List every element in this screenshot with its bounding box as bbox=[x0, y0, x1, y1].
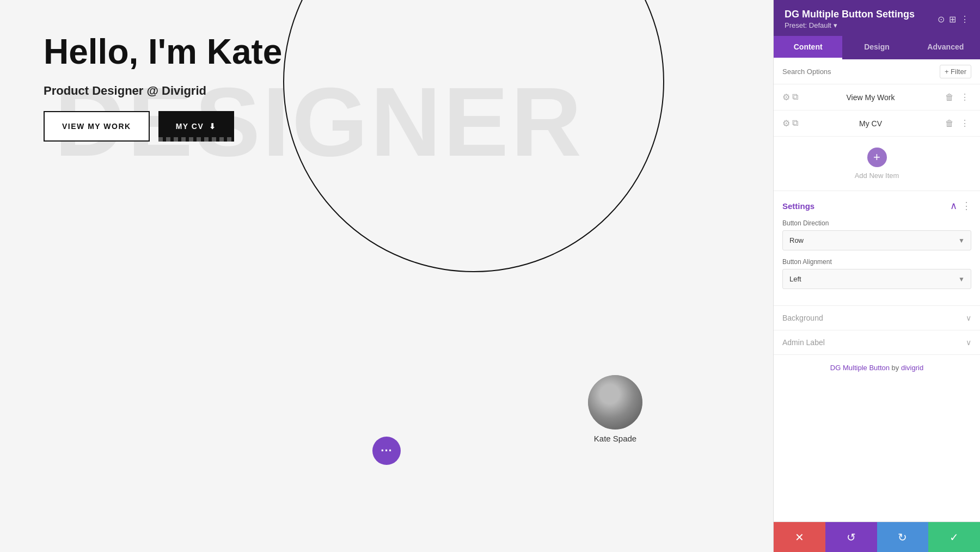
button-item-label-2: My CV bbox=[803, 119, 939, 128]
button-item-icons-2: ⚙ ⧉ bbox=[782, 118, 798, 128]
tab-design[interactable]: Design bbox=[842, 36, 911, 59]
search-bar: + Filter bbox=[774, 59, 980, 84]
target-icon[interactable]: ⊙ bbox=[938, 14, 945, 24]
settings-icon-1[interactable]: ⚙ bbox=[782, 92, 790, 102]
button-item-label-1: View My Work bbox=[803, 93, 939, 102]
search-input[interactable] bbox=[782, 68, 935, 76]
copy-icon-1[interactable]: ⧉ bbox=[792, 92, 798, 102]
panel-footer: DG Multiple Button by divigrid bbox=[774, 354, 980, 381]
panel-top-icons: ⊙ ⊞ ⋮ bbox=[938, 14, 969, 24]
fab-dots: ··· bbox=[381, 444, 392, 458]
more-icon-1[interactable]: ⋮ bbox=[958, 91, 971, 103]
button-item-view-my-work: ⚙ ⧉ View My Work 🗑 ⋮ bbox=[774, 84, 980, 111]
delete-icon-2[interactable]: 🗑 bbox=[943, 117, 956, 130]
more-icon-2[interactable]: ⋮ bbox=[958, 117, 971, 130]
background-title: Background bbox=[782, 314, 823, 322]
background-section[interactable]: Background ∨ bbox=[774, 305, 980, 330]
cancel-button[interactable]: ✕ bbox=[774, 522, 825, 552]
panel-body: ⚙ ⧉ View My Work 🗑 ⋮ ⚙ ⧉ My CV 🗑 ⋮ + bbox=[774, 84, 980, 522]
button-item-icons-1: ⚙ ⧉ bbox=[782, 92, 798, 102]
settings-section: Settings ∧ ⋮ Button Direction Row Column… bbox=[774, 191, 980, 305]
download-icon: ⬇ bbox=[209, 122, 217, 131]
button-alignment-select-wrapper: Left Center Right ▼ bbox=[782, 269, 971, 289]
panel-preset[interactable]: Preset: Default ▾ bbox=[785, 21, 915, 29]
admin-label-chevron-icon: ∨ bbox=[966, 338, 971, 347]
job-title: Product Designer @ Divigrid bbox=[44, 84, 282, 98]
save-button[interactable]: ✓ bbox=[928, 522, 980, 552]
settings-icon-2[interactable]: ⚙ bbox=[782, 118, 790, 128]
action-bar: ✕ ↺ ↻ ✓ bbox=[774, 522, 980, 552]
delete-icon-1[interactable]: 🗑 bbox=[943, 91, 956, 103]
filter-button[interactable]: + Filter bbox=[940, 65, 971, 78]
settings-more-icon[interactable]: ⋮ bbox=[961, 200, 971, 212]
button-direction-select-wrapper: Row Column ▼ bbox=[782, 230, 971, 250]
copy-icon-2[interactable]: ⧉ bbox=[792, 118, 798, 128]
undo-button[interactable]: ↺ bbox=[825, 522, 877, 552]
fab-button[interactable]: ··· bbox=[372, 437, 401, 465]
avatar-image bbox=[588, 375, 642, 430]
tab-advanced[interactable]: Advanced bbox=[911, 36, 980, 59]
footer-plugin-link[interactable]: DG Multiple Button bbox=[830, 364, 890, 372]
add-new-label: Add New Item bbox=[855, 171, 899, 180]
avatar bbox=[588, 375, 642, 430]
footer-by: by bbox=[892, 364, 901, 372]
button-item-my-cv: ⚙ ⧉ My CV 🗑 ⋮ bbox=[774, 111, 980, 137]
button-item-actions-1: 🗑 ⋮ bbox=[943, 91, 971, 103]
admin-label-section[interactable]: Admin Label ∨ bbox=[774, 330, 980, 354]
my-cv-label: MY CV bbox=[176, 122, 204, 131]
button-direction-label: Button Direction bbox=[782, 219, 971, 227]
preview-content: Hello, I'm Kate Product Designer @ Divig… bbox=[44, 33, 282, 142]
button-alignment-field: Button Alignment Left Center Right ▼ bbox=[782, 258, 971, 289]
layout-icon[interactable]: ⊞ bbox=[949, 14, 956, 24]
button-alignment-label: Button Alignment bbox=[782, 258, 971, 266]
avatar-name: Kate Spade bbox=[594, 434, 636, 443]
footer-author-link[interactable]: divigrid bbox=[901, 364, 923, 372]
collapse-settings-icon[interactable]: ∧ bbox=[950, 200, 957, 212]
add-new-icon: + bbox=[867, 148, 887, 167]
heading: Hello, I'm Kate bbox=[44, 33, 282, 71]
tab-content[interactable]: Content bbox=[774, 36, 842, 59]
view-work-button[interactable]: VIEW MY WORK bbox=[44, 111, 150, 142]
add-new-item[interactable]: + Add New Item bbox=[774, 137, 980, 191]
my-cv-button[interactable]: MY CV ⬇ bbox=[158, 111, 234, 142]
settings-panel: DG Multiple Button Settings Preset: Defa… bbox=[773, 0, 980, 552]
settings-section-actions: ∧ ⋮ bbox=[950, 200, 971, 212]
settings-section-title: Settings bbox=[782, 201, 814, 211]
redo-button[interactable]: ↻ bbox=[877, 522, 929, 552]
panel-header-row: DG Multiple Button Settings Preset: Defa… bbox=[785, 9, 969, 29]
panel-tabs: Content Design Advanced bbox=[774, 36, 980, 59]
settings-section-header: Settings ∧ ⋮ bbox=[782, 200, 971, 212]
more-options-icon[interactable]: ⋮ bbox=[960, 14, 969, 24]
button-item-actions-2: 🗑 ⋮ bbox=[943, 117, 971, 130]
panel-title: DG Multiple Button Settings bbox=[785, 9, 915, 20]
buttons-row: VIEW MY WORK MY CV ⬇ bbox=[44, 111, 282, 142]
button-direction-select[interactable]: Row Column bbox=[782, 230, 971, 250]
background-chevron-icon: ∨ bbox=[966, 314, 971, 322]
panel-header: DG Multiple Button Settings Preset: Defa… bbox=[774, 0, 980, 36]
panel-title-area: DG Multiple Button Settings Preset: Defa… bbox=[785, 9, 915, 29]
avatar-container: Kate Spade bbox=[588, 375, 642, 443]
button-alignment-select[interactable]: Left Center Right bbox=[782, 269, 971, 289]
button-direction-field: Button Direction Row Column ▼ bbox=[782, 219, 971, 250]
circle-decoration bbox=[283, 0, 664, 272]
admin-label-title: Admin Label bbox=[782, 338, 825, 347]
preview-area: DESIGNER Hello, I'm Kate Product Designe… bbox=[0, 0, 773, 552]
